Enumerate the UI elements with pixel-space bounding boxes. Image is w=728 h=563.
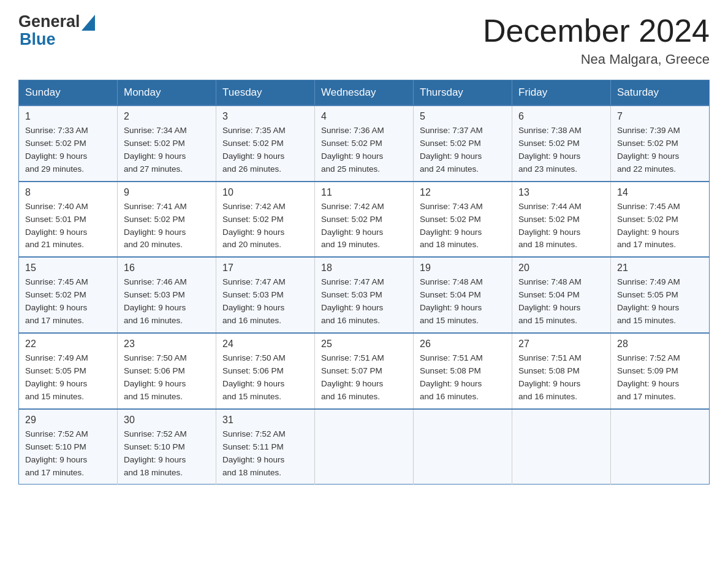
table-row: 27 Sunrise: 7:51 AM Sunset: 5:08 PM Dayl… (512, 333, 611, 409)
table-row: 15 Sunrise: 7:45 AM Sunset: 5:02 PM Dayl… (19, 257, 118, 333)
calendar-header: Sunday Monday Tuesday Wednesday Thursday… (19, 80, 710, 106)
table-row: 17 Sunrise: 7:47 AM Sunset: 5:03 PM Dayl… (216, 257, 315, 333)
table-row: 24 Sunrise: 7:50 AM Sunset: 5:06 PM Dayl… (216, 333, 315, 409)
table-row: 5 Sunrise: 7:37 AM Sunset: 5:02 PM Dayli… (414, 105, 512, 182)
day-number: 12 (420, 187, 506, 198)
header-wednesday: Wednesday (315, 80, 414, 106)
page-title: December 2024 (483, 12, 710, 49)
table-row: 30 Sunrise: 7:52 AM Sunset: 5:10 PM Dayl… (118, 409, 216, 484)
table-row: 16 Sunrise: 7:46 AM Sunset: 5:03 PM Dayl… (118, 257, 216, 333)
table-row: 13 Sunrise: 7:44 AM Sunset: 5:02 PM Dayl… (512, 182, 611, 258)
day-number: 25 (321, 339, 407, 350)
day-info: Sunrise: 7:46 AM Sunset: 5:03 PM Dayligh… (124, 276, 210, 327)
header-monday: Monday (118, 80, 216, 106)
table-row: 28 Sunrise: 7:52 AM Sunset: 5:09 PM Dayl… (611, 333, 710, 409)
day-number: 7 (617, 111, 703, 122)
page-header: General Blue December 2024 Nea Malgara, … (18, 12, 710, 67)
day-number: 22 (25, 339, 111, 350)
day-info: Sunrise: 7:48 AM Sunset: 5:04 PM Dayligh… (518, 276, 604, 327)
day-number: 29 (25, 415, 111, 426)
day-number: 8 (25, 187, 111, 198)
table-row (414, 409, 512, 484)
day-info: Sunrise: 7:48 AM Sunset: 5:04 PM Dayligh… (420, 276, 506, 327)
day-info: Sunrise: 7:49 AM Sunset: 5:05 PM Dayligh… (617, 276, 703, 327)
day-info: Sunrise: 7:33 AM Sunset: 5:02 PM Dayligh… (25, 124, 111, 176)
table-row: 4 Sunrise: 7:36 AM Sunset: 5:02 PM Dayli… (315, 105, 414, 182)
table-row: 6 Sunrise: 7:38 AM Sunset: 5:02 PM Dayli… (512, 105, 611, 182)
table-row: 29 Sunrise: 7:52 AM Sunset: 5:10 PM Dayl… (19, 409, 118, 484)
header-friday: Friday (512, 80, 611, 106)
title-block: December 2024 Nea Malgara, Greece (483, 12, 710, 67)
day-number: 4 (321, 111, 407, 122)
day-number: 3 (222, 111, 308, 122)
page-subtitle: Nea Malgara, Greece (483, 52, 710, 67)
day-info: Sunrise: 7:52 AM Sunset: 5:09 PM Dayligh… (617, 352, 703, 404)
day-number: 21 (617, 262, 703, 274)
table-row: 19 Sunrise: 7:48 AM Sunset: 5:04 PM Dayl… (414, 257, 512, 333)
svg-marker-0 (82, 15, 95, 31)
day-number: 18 (321, 262, 407, 274)
day-number: 6 (518, 111, 604, 122)
day-number: 13 (518, 187, 604, 198)
table-row: 10 Sunrise: 7:42 AM Sunset: 5:02 PM Dayl… (216, 182, 315, 258)
day-number: 24 (222, 339, 308, 350)
table-row: 25 Sunrise: 7:51 AM Sunset: 5:07 PM Dayl… (315, 333, 414, 409)
table-row: 14 Sunrise: 7:45 AM Sunset: 5:02 PM Dayl… (611, 182, 710, 258)
table-row (315, 409, 414, 484)
day-info: Sunrise: 7:35 AM Sunset: 5:02 PM Dayligh… (222, 124, 308, 176)
table-row: 1 Sunrise: 7:33 AM Sunset: 5:02 PM Dayli… (19, 105, 118, 182)
day-number: 20 (518, 262, 604, 274)
header-thursday: Thursday (414, 80, 512, 106)
day-info: Sunrise: 7:52 AM Sunset: 5:10 PM Dayligh… (25, 428, 111, 480)
day-number: 28 (617, 339, 703, 350)
day-number: 2 (124, 111, 210, 122)
day-number: 31 (222, 415, 308, 426)
table-row: 7 Sunrise: 7:39 AM Sunset: 5:02 PM Dayli… (611, 105, 710, 182)
day-info: Sunrise: 7:47 AM Sunset: 5:03 PM Dayligh… (222, 276, 308, 327)
day-info: Sunrise: 7:45 AM Sunset: 5:02 PM Dayligh… (25, 276, 111, 327)
day-info: Sunrise: 7:39 AM Sunset: 5:02 PM Dayligh… (617, 124, 703, 176)
day-info: Sunrise: 7:50 AM Sunset: 5:06 PM Dayligh… (222, 352, 308, 404)
day-number: 23 (124, 339, 210, 350)
day-number: 26 (420, 339, 506, 350)
calendar-table: Sunday Monday Tuesday Wednesday Thursday… (18, 80, 710, 484)
table-row: 21 Sunrise: 7:49 AM Sunset: 5:05 PM Dayl… (611, 257, 710, 333)
day-info: Sunrise: 7:43 AM Sunset: 5:02 PM Dayligh… (420, 201, 506, 252)
table-row: 8 Sunrise: 7:40 AM Sunset: 5:01 PM Dayli… (19, 182, 118, 258)
day-info: Sunrise: 7:36 AM Sunset: 5:02 PM Dayligh… (321, 124, 407, 176)
day-info: Sunrise: 7:52 AM Sunset: 5:11 PM Dayligh… (222, 428, 308, 480)
day-number: 19 (420, 262, 506, 274)
day-number: 30 (124, 415, 210, 426)
day-info: Sunrise: 7:42 AM Sunset: 5:02 PM Dayligh… (222, 201, 308, 252)
table-row: 31 Sunrise: 7:52 AM Sunset: 5:11 PM Dayl… (216, 409, 315, 484)
table-row: 12 Sunrise: 7:43 AM Sunset: 5:02 PM Dayl… (414, 182, 512, 258)
table-row (611, 409, 710, 484)
logo-triangle-icon (82, 15, 95, 31)
table-row: 3 Sunrise: 7:35 AM Sunset: 5:02 PM Dayli… (216, 105, 315, 182)
day-info: Sunrise: 7:45 AM Sunset: 5:02 PM Dayligh… (617, 201, 703, 252)
table-row: 18 Sunrise: 7:47 AM Sunset: 5:03 PM Dayl… (315, 257, 414, 333)
day-info: Sunrise: 7:42 AM Sunset: 5:02 PM Dayligh… (321, 201, 407, 252)
day-info: Sunrise: 7:37 AM Sunset: 5:02 PM Dayligh… (420, 124, 506, 176)
day-info: Sunrise: 7:52 AM Sunset: 5:10 PM Dayligh… (124, 428, 210, 480)
header-tuesday: Tuesday (216, 80, 315, 106)
day-number: 5 (420, 111, 506, 122)
table-row (512, 409, 611, 484)
day-number: 9 (124, 187, 210, 198)
table-row: 22 Sunrise: 7:49 AM Sunset: 5:05 PM Dayl… (19, 333, 118, 409)
day-info: Sunrise: 7:51 AM Sunset: 5:08 PM Dayligh… (518, 352, 604, 404)
table-row: 9 Sunrise: 7:41 AM Sunset: 5:02 PM Dayli… (118, 182, 216, 258)
calendar-body: 1 Sunrise: 7:33 AM Sunset: 5:02 PM Dayli… (19, 105, 710, 484)
day-number: 27 (518, 339, 604, 350)
logo-general-text: General (18, 12, 80, 31)
table-row: 20 Sunrise: 7:48 AM Sunset: 5:04 PM Dayl… (512, 257, 611, 333)
header-saturday: Saturday (611, 80, 710, 106)
day-info: Sunrise: 7:38 AM Sunset: 5:02 PM Dayligh… (518, 124, 604, 176)
logo-blue-text: Blue (20, 30, 56, 48)
table-row: 2 Sunrise: 7:34 AM Sunset: 5:02 PM Dayli… (118, 105, 216, 182)
table-row: 23 Sunrise: 7:50 AM Sunset: 5:06 PM Dayl… (118, 333, 216, 409)
day-info: Sunrise: 7:51 AM Sunset: 5:08 PM Dayligh… (420, 352, 506, 404)
day-number: 17 (222, 262, 308, 274)
day-info: Sunrise: 7:47 AM Sunset: 5:03 PM Dayligh… (321, 276, 407, 327)
day-number: 15 (25, 262, 111, 274)
